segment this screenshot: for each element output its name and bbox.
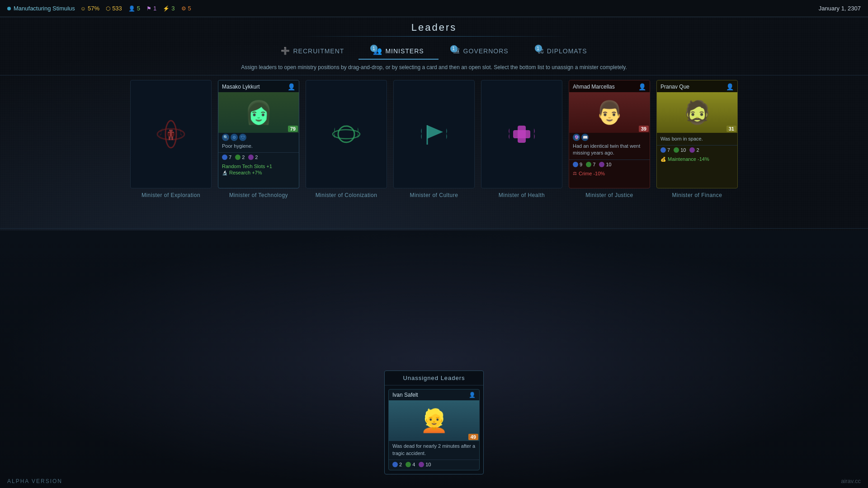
ivan-name: Ivan Safelt [392,392,418,398]
policy-display[interactable]: Manufacturing Stimulus [7,5,75,12]
trait-justice-2: 📖 [581,134,589,141]
card-exploration[interactable] [130,80,212,188]
orb-green-f [674,147,679,153]
influence-value: 1 [153,5,156,12]
crime-icon: ⚖ [573,171,577,176]
ivan-stat-blue: 2 [392,462,402,467]
bonus-justice-1: ⚖ Crime -10% [573,171,646,176]
desc-finance: Was born in space. [657,135,737,145]
orb-blue-f [660,147,666,153]
card-finance[interactable]: Pranav Que 👤 31 Was born in space. 7 10 [656,80,738,188]
stat-blue-finance: 7 [660,147,670,153]
topbar-left: Manufacturing Stimulus ☺ 57% ⬡ 533 👤 5 ⚑… [7,5,191,12]
research-icon: 🔬 [222,170,227,175]
energy-icon: ⚡ [163,5,170,12]
bottom-area: Unassigned Leaders Ivan Safelt 👤 49 Was … [0,371,868,474]
tab-ministers[interactable]: 1 👥 Ministers [359,43,438,60]
stat-green-finance: 10 [674,147,686,153]
card-header-finance: Pranav Que 👤 [657,80,737,92]
tab-recruitment[interactable]: ➕ Recruitment [266,43,359,60]
population-stat: 👤 5 [128,5,140,12]
svg-marker-11 [427,125,443,139]
stats-technology: 7 2 2 [218,152,299,162]
trait-2: ⚙ [231,134,238,141]
card-colonization[interactable] [306,80,387,188]
card-health[interactable] [481,80,562,188]
industry-stat: ⚙ 5 [181,5,191,12]
svg-rect-14 [513,130,530,138]
card-technology[interactable]: Masako Lykkurt 👤 79 🔍 ⚙ 🛡 Poor hygiene. … [218,80,299,188]
card-justice[interactable]: Ahmad Marcellas 👤 39 🔮 📖 Had an identica… [569,80,650,188]
tab-governors-label: Governors [463,47,509,55]
influence-icon: ⚑ [146,5,151,12]
svg-rect-4 [170,131,172,136]
trait-icons-justice: 🔮 📖 [569,133,650,142]
orb-purple-f [689,147,695,153]
orb-purple-j [599,162,604,167]
slot-culture[interactable]: Minister of Culture [391,80,477,198]
bonus-tech-slots: Random Tech Slots +1 [222,164,272,169]
tabs-row: ➕ Recruitment 1 👥 Ministers 1 🏛 Governor… [0,39,868,61]
happiness-stat: ☺ 57% [80,5,99,12]
industry-icon: ⚙ [181,5,186,12]
ivan-person-icon: 👤 [469,392,476,398]
orb-blue-j [573,162,578,167]
orb-green-j [586,162,591,167]
svg-point-9 [338,126,354,142]
credits-stat: ⬡ 533 [106,5,122,12]
stat-purple-val-j: 10 [606,162,611,167]
ivan-orb-green [406,462,411,467]
stat-green-val-f: 10 [680,147,686,153]
stat-purple-justice: 10 [599,162,611,167]
orb-purple [248,155,254,160]
page-title: Leaders [0,17,868,39]
maintenance-icon: 💰 [660,157,666,162]
trait-justice-1: 🔮 [573,134,580,141]
bonus-justice: ⚖ Crime -10% [569,169,650,180]
population-value: 5 [137,5,140,12]
slot-finance[interactable]: Pranav Que 👤 31 Was born in space. 7 10 [654,80,740,198]
stat-blue-val-j: 9 [580,162,582,167]
slot-health[interactable]: Minister of Health [479,80,565,198]
svg-rect-8 [171,136,173,140]
unassigned-card-ivan[interactable]: Ivan Safelt 👤 49 Was dead for nearly 2 m… [388,389,480,470]
unassigned-header: Unassigned Leaders [385,371,483,385]
svg-rect-6 [172,132,174,133]
ivan-orb-purple [419,462,424,467]
slot-technology[interactable]: Masako Lykkurt 👤 79 🔍 ⚙ 🛡 Poor hygiene. … [216,80,302,198]
portrait-pranav [657,92,737,133]
happiness-icon: ☺ [80,5,86,12]
stat-purple-val: 2 [255,155,258,160]
tab-recruitment-label: Recruitment [293,47,344,55]
ivan-stat-green-val: 4 [412,462,415,467]
slot-justice[interactable]: Ahmad Marcellas 👤 39 🔮 📖 Had an identica… [566,80,652,198]
exploration-icon [155,116,187,152]
ivan-stat-green: 4 [406,462,415,467]
slot-colonization[interactable]: Minister of Colonization [303,80,389,198]
recruit-icon: ➕ [281,47,290,55]
topbar: Manufacturing Stimulus ☺ 57% ⬡ 533 👤 5 ⚑… [0,0,868,17]
date-display: January 1, 2307 [819,5,861,12]
industry-value: 5 [188,5,191,12]
slot-exploration[interactable]: Minister of Exploration [128,80,214,198]
ivan-stat-purple: 10 [419,462,431,467]
stat-blue-justice: 9 [573,162,582,167]
label-colonization: Minister of Colonization [316,192,377,198]
stat-blue-tech: 7 [222,155,231,160]
colonization-icon [330,118,362,150]
card-culture[interactable] [393,80,475,188]
portrait-technology: 79 [218,92,299,133]
energy-value: 3 [171,5,175,12]
stat-blue-val-f: 7 [667,147,670,153]
tab-diplomats[interactable]: 1 ⚖ Diplomats [523,43,602,60]
tab-governors[interactable]: 1 🏛 Governors [439,43,523,60]
stat-blue-val: 7 [229,155,231,160]
portrait-ivan: 49 [389,400,479,441]
bonus-technology: Random Tech Slots +1 🔬 Research +7% [218,162,299,179]
label-culture: Minister of Culture [410,192,458,198]
minister-name-justice: Ahmad Marcellas [573,84,615,90]
minister-name-finance: Pranav Que [660,84,689,90]
portrait-finance: 31 [657,92,737,133]
tab-diplomats-label: Diplomats [547,47,587,55]
ministers-grid: Minister of Exploration Masako Lykkurt 👤… [0,75,868,198]
